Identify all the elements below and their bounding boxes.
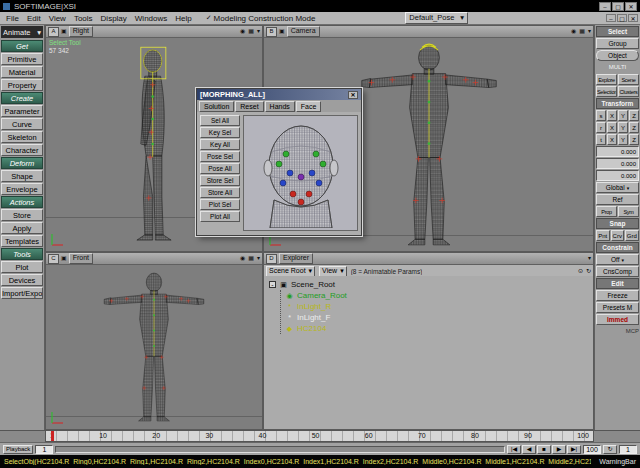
frame-slider[interactable] xyxy=(55,446,505,453)
panel-button[interactable]: Explore xyxy=(596,74,617,85)
toolbar-button[interactable]: Skeleton xyxy=(1,131,43,143)
panel-button[interactable]: Y xyxy=(618,110,628,121)
view-type-selector[interactable]: Right xyxy=(69,26,93,37)
view-type-selector[interactable]: Front xyxy=(69,253,93,264)
panel-button[interactable]: Y xyxy=(618,134,628,145)
menu-item[interactable]: Tools xyxy=(70,14,97,23)
loop-button[interactable]: ↻ xyxy=(603,445,617,454)
close-icon[interactable]: ✕ xyxy=(348,91,358,99)
panel-button[interactable]: X xyxy=(607,122,617,133)
toolbar-button[interactable]: Apply xyxy=(1,222,43,234)
viewport-letter-button[interactable]: A xyxy=(48,27,59,37)
eye-icon[interactable]: ◉ xyxy=(240,254,245,263)
panel-button[interactable]: t xyxy=(596,134,606,145)
panel-button[interactable]: Prop xyxy=(596,206,617,217)
end-frame-field[interactable]: 100 xyxy=(583,445,601,454)
toolbar-button[interactable]: Templates xyxy=(1,235,43,247)
pose-selector[interactable]: Default_Pose ▾ xyxy=(405,12,468,24)
dialog-titlebar[interactable]: [MORPHING_ALL] ✕ xyxy=(197,89,361,100)
transport-button[interactable]: |◀ xyxy=(507,445,521,454)
toolbar-button[interactable]: Import/Export xyxy=(1,287,43,299)
transport-button[interactable]: ▶ xyxy=(552,445,566,454)
dialog-button[interactable]: Key Sel xyxy=(200,127,240,138)
refresh-icon[interactable]: ↻ xyxy=(586,267,591,276)
module-selector[interactable]: Animate ▾ xyxy=(1,26,43,38)
panel-button[interactable]: Sym xyxy=(618,206,639,217)
menu-item[interactable]: Display xyxy=(97,14,131,23)
value-field[interactable]: 0.000 xyxy=(596,158,639,169)
display-mode-icon[interactable]: ▦ xyxy=(248,254,254,263)
panel-button[interactable]: Selection xyxy=(596,86,617,97)
tree-item-scene-root[interactable]: - ▣ Scene_Root xyxy=(269,279,593,290)
doc-close-button[interactable]: ✕ xyxy=(628,14,638,22)
dropdown[interactable]: Global xyxy=(596,182,639,193)
dialog-button[interactable]: Sel All xyxy=(200,115,240,126)
dialog-button[interactable]: Store Sel xyxy=(200,175,240,186)
panel-button[interactable]: X xyxy=(607,134,617,145)
playback-menu-button[interactable]: Playback xyxy=(3,445,33,454)
value-field[interactable]: 0.000 xyxy=(596,170,639,181)
explorer-scope-selector[interactable]: Scene Root ▾ xyxy=(266,266,315,277)
dialog-tab[interactable]: Reset xyxy=(235,101,263,112)
toolbar-button[interactable]: Store xyxy=(1,209,43,221)
panel-button[interactable]: Clusters xyxy=(618,86,639,97)
panel-button[interactable]: Pnt xyxy=(596,230,610,241)
morph-head-preview[interactable] xyxy=(243,115,358,231)
toolbar-button[interactable]: Parameter xyxy=(1,105,43,117)
tree-item[interactable]: ◉ Camera_Root xyxy=(285,290,593,301)
toolbar-button[interactable]: Primitive xyxy=(1,53,43,65)
toolbar-button[interactable]: Property xyxy=(1,79,43,91)
view-type-selector[interactable]: Explorer xyxy=(279,253,313,264)
lock-icon[interactable]: ⊙ xyxy=(578,267,583,276)
eye-icon[interactable]: ◉ xyxy=(240,27,245,36)
camera-menu-icon[interactable]: ▣ xyxy=(279,27,285,36)
display-mode-icon[interactable]: ▦ xyxy=(579,27,585,36)
dialog-button[interactable]: Store All xyxy=(200,187,240,198)
panel-button[interactable]: Group xyxy=(596,38,639,49)
panel-button[interactable]: Grd xyxy=(625,230,639,241)
panel-button[interactable]: r xyxy=(596,122,606,133)
dialog-tab[interactable]: Hands xyxy=(265,101,295,112)
toolbar-button[interactable]: Plot xyxy=(1,261,43,273)
doc-minimize-button[interactable]: – xyxy=(606,14,616,22)
viewport-canvas[interactable] xyxy=(46,264,262,429)
toolbar-button[interactable]: Character xyxy=(1,144,43,156)
panel-button[interactable]: Immed xyxy=(596,314,639,325)
toolbar-button[interactable]: Shape xyxy=(1,170,43,182)
camera-menu-icon[interactable]: ▣ xyxy=(61,254,67,263)
close-button[interactable]: ✕ xyxy=(625,2,637,11)
menu-item[interactable]: Windows xyxy=(131,14,171,23)
dialog-tab[interactable]: Solution xyxy=(199,101,234,112)
viewport-menu-icon[interactable]: ▾ xyxy=(257,27,260,36)
panel-button[interactable]: s xyxy=(596,110,606,121)
dialog-button[interactable]: Pose Sel xyxy=(200,151,240,162)
viewport-letter-button[interactable]: D xyxy=(266,254,277,264)
viewport-menu-icon[interactable]: ▾ xyxy=(588,27,591,36)
transport-button[interactable]: ■ xyxy=(537,445,551,454)
tree-item[interactable]: * InLight_F xyxy=(285,312,593,323)
panel-button[interactable]: CnsComp xyxy=(596,266,639,277)
tree-expander[interactable]: - xyxy=(269,281,276,288)
transport-button[interactable]: ▶| xyxy=(567,445,581,454)
transport-button[interactable]: ◀ xyxy=(522,445,536,454)
viewport-letter-button[interactable]: C xyxy=(48,254,59,264)
construction-mode-toggle[interactable]: ✓ Modeling Construction Mode xyxy=(206,14,316,23)
panel-button[interactable]: Y xyxy=(618,122,628,133)
playhead[interactable] xyxy=(51,431,54,441)
toolbar-button[interactable]: Material xyxy=(1,66,43,78)
explorer-view-selector[interactable]: View ▾ xyxy=(319,266,347,277)
timeline[interactable]: 1102030405060708090100 xyxy=(45,430,594,442)
panel-button[interactable]: Object xyxy=(596,50,639,61)
dialog-button[interactable]: Plot All xyxy=(200,211,240,222)
panel-button[interactable]: X xyxy=(607,110,617,121)
display-mode-icon[interactable]: ▦ xyxy=(248,27,254,36)
viewport-menu-icon[interactable]: ▾ xyxy=(588,254,591,263)
panel-button[interactable]: Freeze xyxy=(596,290,639,301)
toolbar-button[interactable]: Devices xyxy=(1,274,43,286)
tree-item[interactable]: * InLight_R xyxy=(285,301,593,312)
dialog-button[interactable]: Key All xyxy=(200,139,240,150)
dropdown[interactable]: Off xyxy=(596,254,639,265)
current-frame-field[interactable]: 1 xyxy=(619,445,637,454)
toolbar-button[interactable]: Curve xyxy=(1,118,43,130)
start-frame-field[interactable]: 1 xyxy=(35,445,53,454)
